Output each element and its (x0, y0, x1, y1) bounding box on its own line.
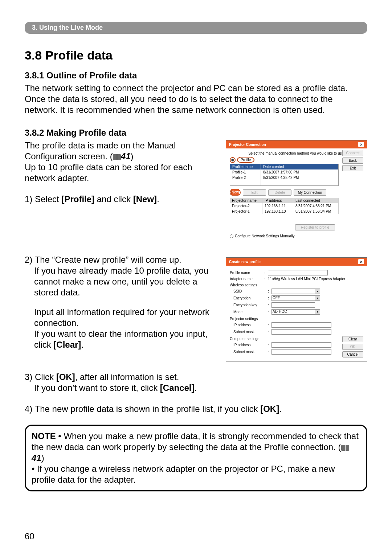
mode-select[interactable]: AD-HOC (271, 309, 315, 315)
subsection-1-title: 3.8.1 Outline of Profile data (25, 70, 367, 81)
back-button[interactable]: Back (342, 158, 363, 164)
profile-name-row: Profile name: (230, 270, 363, 275)
encryption-key-input[interactable] (271, 302, 315, 308)
step-2-line1: 2) The “Create new profile” will come up… (25, 254, 219, 265)
step-2-line4: If you want to clear the information you… (25, 328, 219, 350)
projector-list-table: Projector name IP address Last connected… (230, 198, 339, 223)
chevron-down-icon[interactable]: ▾ (315, 295, 320, 301)
step-1: 1) Select [Profile] and click [New]. (25, 194, 219, 205)
manual-ref-icon (113, 154, 121, 160)
group-wireless: Wireless settings (230, 283, 363, 287)
step-2-line3: Input all information required for your … (25, 307, 219, 328)
dialog-titlebar: Projector Connection ✕ (226, 140, 367, 148)
cancel-button[interactable]: Cancel (342, 351, 363, 357)
create-new-profile-dialog: Create new profile ✕ Profile name: Adapt… (226, 257, 367, 361)
manual-ref-icon (341, 445, 349, 451)
group-projector: Projector settings (230, 317, 363, 321)
note-box: NOTE • When you make a new profile data,… (25, 425, 367, 491)
para-manual-config: The profile data is made on the Manual C… (25, 140, 219, 162)
para-upto10: Up to 10 profile data can be stored for … (25, 162, 219, 184)
subsection-2-title: 3.8.2 Making Profile data (25, 128, 367, 138)
section-title: 3.8 Profile data (25, 48, 367, 62)
page-number: 60 (25, 531, 34, 541)
subsection-1-body: The network setting to connect the proje… (25, 83, 367, 115)
proj-ip-input[interactable] (271, 322, 331, 328)
configure-manually-checkbox[interactable]: Configure Network Settings Manually. (230, 234, 363, 238)
close-icon[interactable]: ✕ (358, 259, 364, 264)
chevron-down-icon[interactable]: ▾ (315, 289, 320, 294)
profile-table: Profile name Date created Profile-18/31/… (230, 164, 339, 186)
chevron-down-icon[interactable]: ▾ (315, 309, 320, 315)
comp-ip-input[interactable] (271, 342, 331, 348)
step-4: 4) The new profile data is shown in the … (25, 404, 367, 414)
register-to-profile-button[interactable]: Register to profile (295, 224, 335, 230)
step-3: 3) Click [OK], after all information is … (25, 372, 367, 393)
connect-button[interactable]: Connect (342, 150, 363, 156)
edit-button[interactable]: Edit (243, 189, 266, 196)
delete-button[interactable]: Delete (268, 189, 291, 196)
encryption-select[interactable]: OFF (271, 295, 315, 301)
clear-button[interactable]: Clear (342, 336, 363, 342)
close-icon[interactable]: ✕ (358, 142, 364, 147)
exit-button[interactable]: Exit (342, 165, 363, 171)
comp-subnet-input[interactable] (271, 349, 331, 355)
ok-button[interactable]: OK (342, 344, 363, 350)
ssid-input[interactable] (271, 289, 315, 294)
projector-connection-dialog: Projector Connection ✕ Connect Back Exit… (226, 140, 367, 242)
chapter-header: 3. Using the Live Mode (25, 22, 367, 34)
profile-name-input[interactable] (268, 270, 328, 275)
adapter-row: Adapter name: 11a/b/g Wireless LAN Mini … (230, 277, 363, 281)
dialog2-titlebar: Create new profile ✕ (226, 258, 367, 266)
proj-subnet-input[interactable] (271, 329, 331, 335)
step-2-line2: If you have already made 10 profile data… (25, 265, 219, 298)
new-button[interactable]: New (231, 189, 239, 195)
my-connection-button[interactable]: My Connection (294, 189, 326, 196)
